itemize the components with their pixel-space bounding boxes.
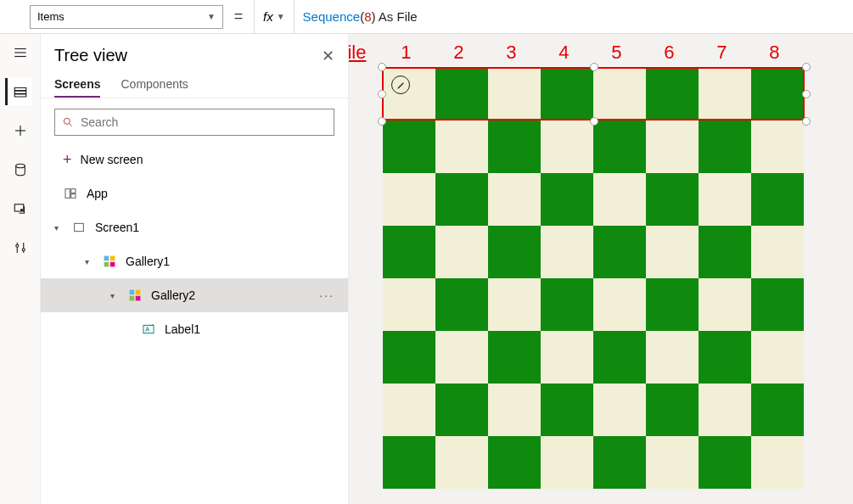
svg-rect-25 (136, 296, 141, 301)
property-dropdown[interactable]: Items ▼ (30, 5, 223, 29)
svg-rect-24 (130, 296, 135, 301)
edit-pencil-icon[interactable] (391, 76, 410, 94)
data-icon[interactable] (7, 156, 34, 183)
board-square (435, 331, 488, 384)
tab-screens[interactable]: Screens (54, 72, 100, 98)
tools-icon[interactable] (7, 234, 34, 261)
annotation-col: 2 (432, 42, 485, 64)
insert-icon[interactable] (7, 117, 34, 144)
app-icon (63, 186, 78, 201)
selection-rect[interactable] (382, 67, 805, 120)
board-square (435, 384, 488, 436)
tree-gallery1-label: Gallery1 (126, 255, 170, 268)
board-square (751, 226, 804, 278)
board-square (488, 226, 541, 278)
annotation-col: 6 (643, 42, 695, 64)
chevron-down-icon: ▾ (110, 291, 119, 300)
formula-input[interactable]: Sequence(8) As File (295, 0, 853, 33)
hamburger-icon[interactable] (7, 39, 34, 66)
label-icon (141, 322, 156, 337)
tree-view-icon[interactable] (5, 78, 32, 105)
new-screen-button[interactable]: + New screen (41, 143, 348, 176)
resize-handle[interactable] (378, 63, 386, 71)
search-input[interactable] (54, 109, 334, 136)
svg-rect-17 (75, 223, 84, 231)
board-square (541, 384, 593, 436)
resize-handle[interactable] (378, 90, 386, 98)
resize-handle[interactable] (590, 117, 598, 126)
annotation-col: 7 (695, 42, 748, 64)
svg-rect-20 (104, 262, 109, 267)
resize-handle[interactable] (378, 117, 386, 126)
board-square (646, 120, 699, 173)
tree-app[interactable]: App (41, 176, 348, 210)
formula-fn: Sequence (303, 9, 361, 24)
resize-handle[interactable] (590, 63, 598, 71)
chevron-down-icon: ▼ (207, 12, 216, 21)
chess-board (383, 68, 804, 489)
svg-point-9 (15, 244, 18, 247)
board-square (593, 384, 646, 436)
annotation-col: 3 (485, 42, 537, 64)
close-icon[interactable]: ✕ (322, 47, 334, 65)
annotation-file-label: File (349, 42, 366, 64)
chevron-down-icon: ▾ (85, 257, 93, 266)
media-icon[interactable] (7, 195, 34, 222)
tree-gallery2[interactable]: ▾ Gallery2 ··· (41, 278, 348, 312)
board-square (383, 331, 435, 384)
tree-gallery1[interactable]: ▾ Gallery1 (41, 244, 348, 278)
board-square (435, 173, 488, 226)
fx-dropdown[interactable]: fx ▼ (254, 0, 295, 33)
board-square (646, 384, 699, 436)
tree-screen1[interactable]: ▾ Screen1 (41, 210, 348, 244)
resize-handle[interactable] (802, 90, 811, 98)
board-square (646, 173, 699, 226)
board-square (751, 384, 804, 436)
search-field[interactable] (81, 115, 327, 129)
board-square (751, 331, 804, 384)
svg-point-7 (20, 210, 22, 211)
board-square (751, 278, 804, 331)
board-square (699, 436, 751, 489)
board-square (383, 226, 435, 278)
board-square (541, 120, 593, 173)
board-square (488, 384, 541, 436)
resize-handle[interactable] (802, 117, 811, 126)
svg-rect-22 (130, 290, 135, 295)
board-square (699, 331, 751, 384)
resize-handle[interactable] (802, 63, 811, 71)
svg-rect-14 (65, 189, 70, 199)
board-square (541, 436, 593, 489)
annotation-col: 4 (537, 42, 590, 64)
board-square (488, 331, 541, 384)
board-square (541, 278, 593, 331)
tree-label1[interactable]: Label1 (41, 312, 348, 346)
board-square (593, 226, 646, 278)
board-square (593, 436, 646, 489)
board-square (699, 384, 751, 436)
board-square (593, 331, 646, 384)
svg-rect-23 (136, 290, 141, 295)
board-square (646, 278, 699, 331)
board-square (488, 173, 541, 226)
board-square (541, 173, 593, 226)
tab-components[interactable]: Components (121, 72, 188, 98)
chevron-down-icon: ▾ (54, 223, 63, 232)
board-square (383, 173, 435, 226)
canvas[interactable]: File12345678 (349, 34, 853, 504)
tree-gallery2-label: Gallery2 (151, 288, 195, 302)
board-square (751, 120, 804, 173)
tree-panel: Tree view ✕ Screens Components + New scr… (41, 34, 349, 504)
board-square (646, 436, 699, 489)
more-icon[interactable]: ··· (319, 288, 334, 302)
screen-icon (71, 220, 87, 235)
svg-point-11 (22, 249, 25, 251)
chevron-down-icon: ▼ (277, 12, 285, 21)
new-screen-label: New screen (81, 153, 143, 166)
svg-rect-19 (110, 256, 115, 261)
gallery-icon (102, 254, 117, 269)
gallery-icon (127, 288, 143, 303)
svg-rect-18 (104, 256, 109, 261)
board-square (488, 120, 541, 173)
board-square (699, 226, 751, 278)
